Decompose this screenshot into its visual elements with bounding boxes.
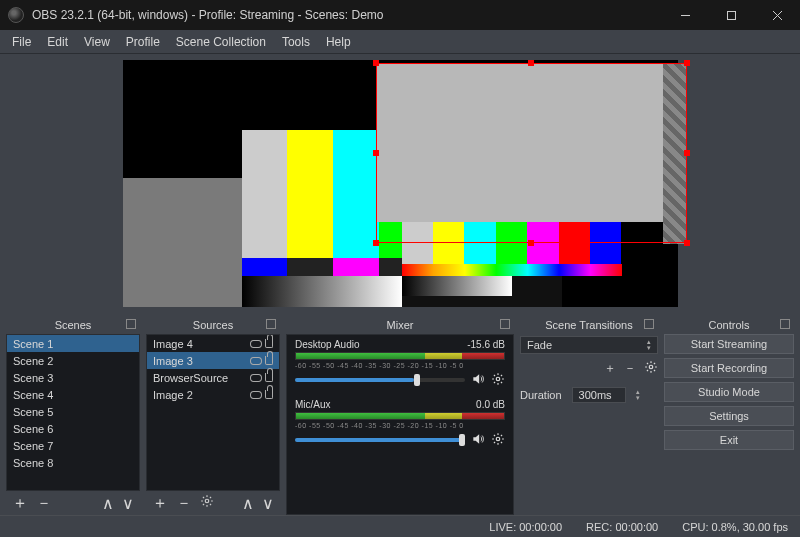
menu-view[interactable]: View <box>76 30 118 54</box>
resize-handle[interactable] <box>373 150 379 156</box>
scene-label: Scene 5 <box>13 406 53 418</box>
menu-profile[interactable]: Profile <box>118 30 168 54</box>
add-scene-button[interactable]: ＋ <box>12 493 28 514</box>
popout-icon[interactable] <box>780 319 790 329</box>
sources-header: Sources <box>146 316 280 334</box>
studio-mode-button[interactable]: Studio Mode <box>664 382 794 402</box>
speaker-icon[interactable] <box>471 432 485 448</box>
visibility-icon[interactable] <box>250 374 262 382</box>
scene-item[interactable]: Scene 3 <box>7 369 139 386</box>
mixer-title: Mixer <box>387 319 414 331</box>
menu-edit[interactable]: Edit <box>39 30 76 54</box>
sources-toolbar: ＋ － ∧ ∨ <box>146 491 280 515</box>
svg-point-6 <box>496 437 500 441</box>
transition-properties-button[interactable] <box>644 360 658 377</box>
selection-outline[interactable] <box>376 63 687 243</box>
menu-scene-collection[interactable]: Scene Collection <box>168 30 274 54</box>
move-source-down-button[interactable]: ∨ <box>262 494 274 513</box>
status-cpu: CPU: 0.8%, 30.00 fps <box>682 521 788 533</box>
preview-layer <box>242 276 402 307</box>
lock-icon[interactable] <box>265 390 273 399</box>
maximize-button[interactable] <box>708 0 754 30</box>
resize-handle[interactable] <box>373 60 379 66</box>
minimize-icon <box>680 10 691 21</box>
svg-point-7 <box>649 365 653 369</box>
scene-item[interactable]: Scene 8 <box>7 454 139 471</box>
start-recording-button[interactable]: Start Recording <box>664 358 794 378</box>
preview-layer <box>123 178 242 307</box>
app-window: OBS 23.2.1 (64-bit, windows) - Profile: … <box>0 0 800 537</box>
channel-settings-button[interactable] <box>491 432 505 448</box>
visibility-icon[interactable] <box>250 340 262 348</box>
scene-item[interactable]: Scene 7 <box>7 437 139 454</box>
remove-scene-button[interactable]: － <box>36 493 52 514</box>
lock-icon[interactable] <box>265 373 273 382</box>
scene-item[interactable]: Scene 2 <box>7 352 139 369</box>
minimize-button[interactable] <box>662 0 708 30</box>
source-item[interactable]: Image 4 <box>147 335 279 352</box>
popout-icon[interactable] <box>126 319 136 329</box>
lock-icon[interactable] <box>265 339 273 348</box>
lock-icon[interactable] <box>265 356 273 365</box>
channel-name: Mic/Aux <box>295 399 331 410</box>
source-item[interactable]: Image 2 <box>147 386 279 403</box>
add-transition-button[interactable]: ＋ <box>604 360 616 377</box>
scene-item[interactable]: Scene 5 <box>7 403 139 420</box>
menu-file[interactable]: File <box>4 30 39 54</box>
speaker-icon[interactable] <box>471 372 485 388</box>
controls-body: Start Streaming Start Recording Studio M… <box>664 334 794 454</box>
channel-settings-button[interactable] <box>491 372 505 388</box>
sources-list[interactable]: Image 4 Image 3 BrowserSource Image 2 <box>146 334 280 491</box>
scene-item[interactable]: Scene 4 <box>7 386 139 403</box>
resize-handle[interactable] <box>684 60 690 66</box>
visibility-icon[interactable] <box>250 391 262 399</box>
scene-label: Scene 7 <box>13 440 53 452</box>
scenes-list[interactable]: Scene 1 Scene 2 Scene 3 Scene 4 Scene 5 … <box>6 334 140 491</box>
popout-icon[interactable] <box>644 319 654 329</box>
select-arrows-icon: ▴▾ <box>647 339 651 351</box>
preview-layer <box>402 276 512 296</box>
start-streaming-button[interactable]: Start Streaming <box>664 334 794 354</box>
duration-input[interactable]: 300ms <box>572 387 626 403</box>
controls-panel: Controls Start Streaming Start Recording… <box>664 316 794 515</box>
source-item[interactable]: Image 3 <box>147 352 279 369</box>
scene-item[interactable]: Scene 1 <box>7 335 139 352</box>
remove-source-button[interactable]: － <box>176 493 192 514</box>
resize-handle[interactable] <box>373 240 379 246</box>
meter-scale: -60 -55 -50 -45 -40 -35 -30 -25 -20 -15 … <box>295 422 505 429</box>
popout-icon[interactable] <box>266 319 276 329</box>
source-properties-button[interactable] <box>200 494 214 512</box>
scene-label: Scene 8 <box>13 457 53 469</box>
resize-handle[interactable] <box>528 240 534 246</box>
visibility-icon[interactable] <box>250 357 262 365</box>
menu-help[interactable]: Help <box>318 30 359 54</box>
add-source-button[interactable]: ＋ <box>152 493 168 514</box>
resize-handle[interactable] <box>528 60 534 66</box>
menu-tools[interactable]: Tools <box>274 30 318 54</box>
mixer-channel-header: Desktop Audio -15.6 dB <box>295 339 505 350</box>
remove-transition-button[interactable]: － <box>624 360 636 377</box>
settings-button[interactable]: Settings <box>664 406 794 426</box>
scene-item[interactable]: Scene 6 <box>7 420 139 437</box>
move-scene-down-button[interactable]: ∨ <box>122 494 134 513</box>
stepper-arrows-icon[interactable]: ▴▾ <box>636 389 640 401</box>
svg-point-5 <box>496 377 500 381</box>
menubar: File Edit View Profile Scene Collection … <box>0 30 800 54</box>
preview-canvas[interactable] <box>123 60 678 307</box>
volume-slider[interactable] <box>295 438 465 442</box>
resize-handle[interactable] <box>684 150 690 156</box>
source-label: Image 4 <box>153 338 193 350</box>
channel-db: -15.6 dB <box>467 339 505 350</box>
exit-button[interactable]: Exit <box>664 430 794 450</box>
resize-handle[interactable] <box>684 240 690 246</box>
close-button[interactable] <box>754 0 800 30</box>
source-item[interactable]: BrowserSource <box>147 369 279 386</box>
popout-icon[interactable] <box>500 319 510 329</box>
volume-row <box>295 371 505 389</box>
scenes-toolbar: ＋ － ∧ ∨ <box>6 491 140 515</box>
move-scene-up-button[interactable]: ∧ <box>102 494 114 513</box>
volume-slider[interactable] <box>295 378 465 382</box>
move-source-up-button[interactable]: ∧ <box>242 494 254 513</box>
transition-select[interactable]: Fade ▴▾ <box>520 336 658 354</box>
mixer-body: Desktop Audio -15.6 dB -60 -55 -50 -45 -… <box>286 334 514 515</box>
